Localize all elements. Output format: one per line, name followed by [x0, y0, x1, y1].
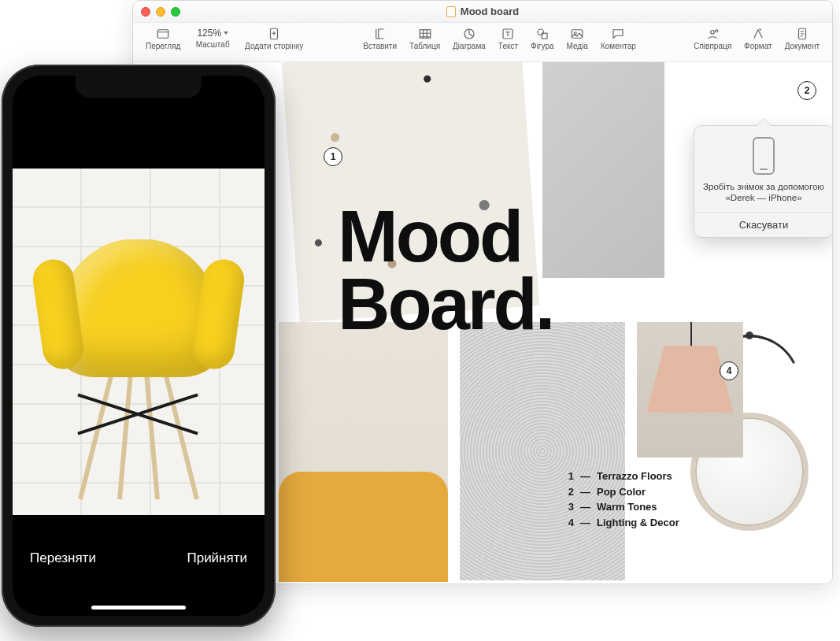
legend-row: 2—Pop Color [564, 484, 679, 500]
legend-row: 1—Terrazzo Floors [564, 469, 679, 484]
document-panel-icon [793, 26, 812, 42]
image-fur[interactable] [460, 322, 625, 580]
chart-button[interactable]: Діаграма [446, 26, 492, 50]
iphone-device: Перезняти Прийняти [2, 65, 276, 627]
continuity-camera-popover: Зробіть знімок за допомогою «Derek — iPh… [694, 125, 832, 238]
legend[interactable]: 1—Terrazzo Floors 2—Pop Color 3—Warm Ton… [564, 469, 679, 530]
headline-line1: Mood [338, 202, 553, 270]
comment-button[interactable]: Коментар [594, 26, 642, 50]
document-title: Mood board [133, 6, 832, 17]
add-page-button[interactable]: Додати сторінку [239, 26, 309, 50]
popover-text: Зробіть знімок за допомогою «Derek — iPh… [702, 181, 825, 204]
collaborate-button[interactable]: Співпраця [687, 26, 738, 50]
view-icon [154, 26, 172, 42]
legend-row: 4—Lighting & Decor [564, 515, 679, 531]
image-concrete[interactable] [542, 62, 664, 278]
iphone-notch [76, 76, 202, 98]
view-button[interactable]: Перегляд [139, 26, 187, 50]
marker-2[interactable]: 2 [797, 81, 816, 100]
camera-bottom-bar: Перезняти Прийняти [13, 521, 265, 616]
chart-icon [460, 26, 479, 42]
titlebar: Mood board [133, 1, 832, 23]
media-button[interactable]: Медіа [561, 26, 594, 50]
headline[interactable]: Mood Board. [338, 202, 553, 339]
iphone-screen: Перезняти Прийняти [13, 76, 265, 616]
comment-icon [609, 26, 627, 42]
svg-point-5 [538, 29, 544, 35]
svg-rect-0 [157, 30, 168, 39]
document-title-text: Mood board [461, 6, 519, 17]
svg-point-9 [711, 31, 715, 35]
image-sofa[interactable] [279, 472, 448, 582]
document-icon [446, 6, 456, 17]
home-indicator[interactable] [91, 606, 186, 610]
zoom-button[interactable]: 125% Масштаб [187, 26, 239, 49]
document-button[interactable]: Документ [779, 26, 826, 50]
format-button[interactable]: Формат [738, 26, 779, 50]
camera-preview[interactable] [13, 169, 265, 515]
text-button[interactable]: Текст [492, 26, 524, 50]
shape-icon [533, 26, 552, 42]
legend-row: 3—Warm Tones [564, 499, 679, 515]
zoom-value: 125% [193, 26, 232, 40]
shape-button[interactable]: Фігура [524, 26, 560, 50]
popover-cancel-button[interactable]: Скасувати [694, 212, 832, 237]
retake-button[interactable]: Перезняти [30, 550, 96, 566]
headline-line2: Board. [338, 270, 553, 338]
use-photo-button[interactable]: Прийняти [187, 550, 247, 566]
text-icon [498, 26, 517, 42]
toolbar: Перегляд 125% Масштаб Додати сторінку Вс… [133, 23, 832, 62]
table-button[interactable]: Таблиця [403, 26, 446, 50]
media-icon [568, 26, 587, 42]
add-page-icon [265, 26, 283, 42]
chair-photo [40, 208, 237, 499]
format-icon [749, 26, 768, 42]
marker-4[interactable]: 4 [720, 361, 738, 380]
insert-button[interactable]: Вставити [357, 26, 403, 50]
table-icon [416, 26, 435, 42]
insert-icon [371, 26, 390, 42]
marker-1[interactable]: 1 [324, 147, 342, 166]
collaborate-icon [703, 26, 722, 42]
image-lamp[interactable] [637, 322, 743, 458]
svg-point-10 [716, 30, 718, 32]
iphone-outline-icon [753, 137, 775, 175]
